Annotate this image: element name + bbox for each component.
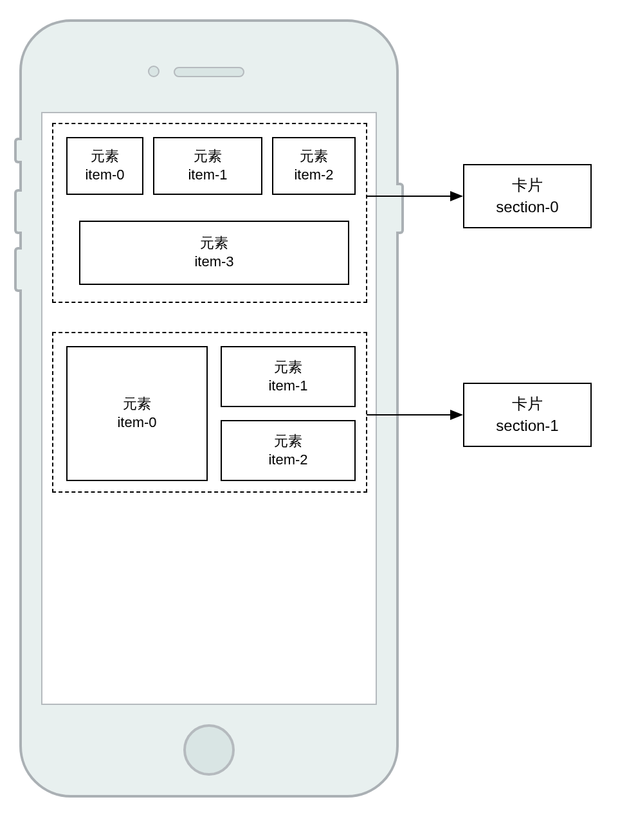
phone-camera-icon [148, 66, 160, 77]
section-0-container: 元素 item-0 元素 item-1 元素 item-2 元素 item-3 [52, 123, 367, 303]
label-title: 卡片 [512, 174, 543, 196]
phone-speaker-icon [174, 67, 244, 77]
item-subtitle: item-2 [268, 451, 307, 470]
section-0-item-3: 元素 item-3 [79, 221, 349, 285]
item-title: 元素 [274, 358, 302, 377]
item-subtitle: item-0 [85, 166, 124, 185]
phone-volume-up [14, 189, 22, 234]
label-subtitle: section-1 [496, 415, 558, 437]
section-0-item-1: 元素 item-1 [153, 137, 262, 195]
phone-device: 元素 item-0 元素 item-1 元素 item-2 元素 item-3 … [19, 19, 399, 798]
section-0-item-0: 元素 item-0 [66, 137, 143, 195]
phone-volume-down [14, 247, 22, 292]
section-1-container: 元素 item-0 元素 item-1 元素 item-2 [52, 332, 367, 493]
item-title: 元素 [300, 147, 328, 166]
section-0-item-2: 元素 item-2 [272, 137, 356, 195]
phone-mute-switch [14, 138, 22, 163]
section-1-item-1: 元素 item-1 [221, 346, 356, 407]
item-subtitle: item-0 [117, 414, 156, 432]
phone-screen: 元素 item-0 元素 item-1 元素 item-2 元素 item-3 … [41, 112, 377, 705]
item-title: 元素 [194, 147, 222, 166]
phone-home-button-icon [183, 724, 235, 776]
item-title: 元素 [274, 432, 302, 451]
item-subtitle: item-1 [188, 166, 227, 185]
label-section-1: 卡片 section-1 [463, 383, 592, 447]
item-subtitle: item-3 [194, 253, 233, 271]
label-subtitle: section-0 [496, 196, 558, 218]
item-title: 元素 [123, 395, 151, 414]
item-subtitle: item-1 [268, 377, 307, 396]
item-title: 元素 [200, 234, 228, 253]
section-1-item-2: 元素 item-2 [221, 420, 356, 481]
label-section-0: 卡片 section-0 [463, 164, 592, 228]
phone-power-button [396, 183, 404, 234]
label-title: 卡片 [512, 393, 543, 415]
item-subtitle: item-2 [294, 166, 333, 185]
item-title: 元素 [91, 147, 119, 166]
section-1-item-0: 元素 item-0 [66, 346, 208, 481]
